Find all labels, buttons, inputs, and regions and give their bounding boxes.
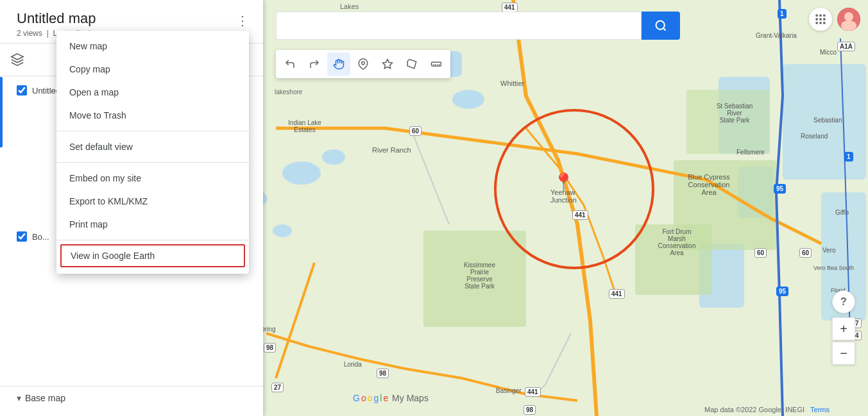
road-badge-441d: 441: [525, 387, 541, 397]
svg-line-17: [663, 28, 666, 31]
help-button[interactable]: ?: [832, 290, 855, 313]
place-river-ranch: River Ranch: [372, 146, 411, 154]
road-badge-441: 441: [502, 3, 518, 12]
svg-rect-29: [819, 18, 821, 20]
road-badge-60c: 60: [799, 248, 812, 258]
menu-open-map[interactable]: Open a map: [56, 81, 249, 104]
context-menu: New map Copy map Open a map Move to Tras…: [56, 31, 249, 274]
road-badge-1a: 1: [778, 9, 787, 19]
menu-embed-site[interactable]: Embed on my site: [56, 167, 249, 190]
attribution: Map data ©2022 Google, INEGI Terms: [704, 406, 830, 413]
layer-checkbox-2[interactable]: [17, 231, 27, 242]
svg-marker-37: [12, 54, 23, 60]
zoom-out-button[interactable]: −: [832, 342, 855, 365]
svg-rect-25: [816, 15, 818, 17]
left-panel: Untitled map 2 views | Last edited ... ⋮…: [0, 0, 263, 416]
road-badge-a1a: A1A: [837, 42, 855, 51]
svg-rect-28: [816, 18, 818, 20]
road-badge-1b: 1: [844, 152, 853, 162]
layer-label-2: Bo...: [32, 232, 49, 242]
menu-print-map[interactable]: Print map: [56, 213, 249, 236]
search-input[interactable]: [276, 12, 642, 40]
menu-divider-1: [56, 131, 249, 131]
svg-rect-32: [819, 22, 821, 24]
terms-link[interactable]: Terms: [810, 406, 830, 413]
layers-icon-button[interactable]: [6, 49, 28, 71]
polygon-tool-button[interactable]: [400, 53, 423, 76]
place-lakeshore: lakeshore: [275, 88, 302, 96]
base-map-section: ▾ Base map: [0, 386, 263, 403]
place-kissimmee: KissimmeePrairiePreserveState Park: [449, 262, 510, 290]
road-badge-98b: 98: [377, 369, 389, 378]
svg-point-6: [452, 90, 484, 109]
svg-rect-26: [819, 15, 821, 17]
google-maps-logo: Google My Maps: [353, 393, 429, 403]
road-badge-98a: 98: [264, 343, 276, 353]
place-basinger: Basinger: [496, 387, 521, 394]
measure-tool-button[interactable]: [425, 53, 448, 76]
undo-button[interactable]: [278, 53, 302, 76]
place-lorida: Lorida: [344, 361, 362, 368]
place-st-sebastian: St SebastianRiverState Park: [706, 103, 763, 124]
svg-point-1: [282, 162, 321, 185]
place-fellsmere: Fellsmere: [736, 149, 765, 156]
map-location-pin: 📍: [552, 172, 575, 193]
menu-new-map[interactable]: New map: [56, 35, 249, 58]
layer-checkbox-1[interactable]: [17, 85, 27, 96]
menu-divider-3: [56, 240, 249, 240]
avatar[interactable]: [837, 8, 860, 31]
place-blue-cypress: Blue CypressConservationArea: [677, 173, 741, 196]
blue-accent-bar: [0, 77, 3, 147]
svg-point-4: [273, 224, 292, 237]
svg-marker-19: [383, 60, 393, 69]
menu-divider-2: [56, 162, 249, 163]
place-indian-lake: Indian Lake Estates: [282, 119, 327, 133]
place-giffo: Giffo: [835, 209, 849, 216]
more-options-button[interactable]: ⋮: [231, 10, 254, 31]
road-badge-95b: 95: [776, 287, 788, 296]
map-toolbar: [276, 50, 450, 78]
place-sebastian: Sebastian: [813, 117, 842, 124]
apps-grid-button[interactable]: [809, 8, 832, 31]
place-roseland: Roseland: [801, 133, 828, 140]
place-vero: Vero: [822, 247, 836, 254]
road-badge-98c: 98: [523, 405, 536, 415]
place-grant-valkaria: Grant-Valkaria: [756, 32, 797, 39]
place-lakes: Lakes: [340, 3, 359, 10]
search-bar: [276, 12, 680, 40]
place-fort-drum: Fort DrumMarshConservationArea: [645, 228, 709, 256]
svg-rect-27: [823, 15, 825, 17]
svg-point-2: [322, 149, 345, 165]
zoom-controls: + −: [832, 317, 855, 365]
menu-view-google-earth[interactable]: View in Google Earth: [60, 244, 245, 267]
draw-line-button[interactable]: [376, 53, 399, 76]
menu-move-trash[interactable]: Move to Trash: [56, 104, 249, 127]
road-badge-60a: 60: [409, 126, 421, 136]
menu-set-default-view[interactable]: Set default view: [56, 135, 249, 158]
pin-tool-button[interactable]: [352, 53, 375, 76]
svg-point-18: [362, 62, 365, 65]
svg-rect-30: [823, 18, 825, 20]
svg-point-35: [844, 12, 853, 21]
zoom-in-button[interactable]: +: [832, 317, 855, 340]
svg-point-16: [656, 21, 665, 29]
road-badge-95a: 95: [774, 184, 786, 194]
road-badge-441c: 441: [609, 289, 625, 299]
place-micco: Micco: [820, 49, 837, 56]
svg-rect-33: [823, 22, 825, 24]
road-badge-441b: 441: [572, 210, 588, 220]
top-right-icons: [809, 8, 860, 31]
menu-copy-map[interactable]: Copy map: [56, 58, 249, 81]
place-whittier: Whittier: [500, 79, 524, 87]
redo-button[interactable]: [303, 53, 326, 76]
base-map-label: Base map: [25, 393, 65, 403]
search-button[interactable]: [642, 12, 680, 40]
road-badge-60b: 60: [754, 248, 767, 258]
map-title: Untitled map: [17, 10, 99, 27]
hand-tool-button[interactable]: [327, 53, 350, 76]
place-vero-beach: Vero Bea South: [813, 265, 854, 271]
menu-export-kml[interactable]: Export to KML/KMZ: [56, 190, 249, 213]
road-badge-27: 27: [271, 383, 284, 392]
svg-rect-31: [816, 22, 818, 24]
svg-point-36: [841, 21, 856, 31]
